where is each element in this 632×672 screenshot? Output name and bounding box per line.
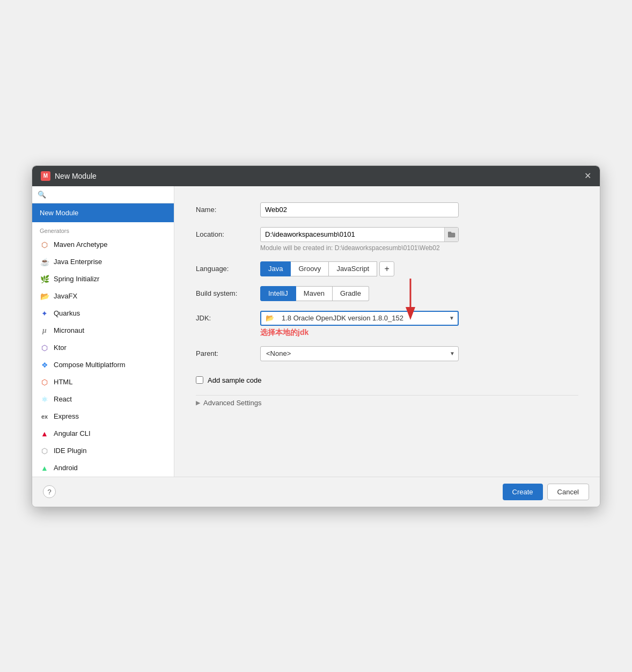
new-module-item[interactable]: New Module: [32, 203, 174, 222]
android-icon: ▲: [40, 463, 49, 473]
sidebar-item-label: Spring Initializr: [54, 275, 99, 283]
sidebar-item-label: Maven Archetype: [54, 240, 107, 249]
java-icon: ☕: [40, 257, 49, 267]
sample-code-row: Add sample code: [196, 376, 578, 384]
browse-button[interactable]: [444, 228, 458, 242]
search-box: 🔍: [32, 186, 174, 203]
sidebar-item-ide-plugin[interactable]: ⬡ IDE Plugin: [32, 442, 174, 459]
location-hint: Module will be created in: D:\ideaworksp…: [260, 244, 578, 252]
sidebar-item-quarkus[interactable]: ✦ Quarkus: [32, 305, 174, 322]
express-icon: ex: [40, 412, 49, 421]
sidebar-item-label: Compose Multiplatform: [54, 361, 126, 369]
parent-chevron-icon: ▼: [450, 350, 455, 356]
sidebar-item-angular-cli[interactable]: ▲ Angular CLI: [32, 425, 174, 442]
sidebar-item-micronaut[interactable]: μ Micronaut: [32, 322, 174, 339]
search-icon: 🔍: [38, 191, 46, 199]
sidebar-item-label: Micronaut: [54, 326, 84, 334]
svg-rect-1: [448, 232, 451, 233]
build-intellij-btn[interactable]: IntelliJ: [260, 286, 296, 301]
jdk-chevron-icon: ▼: [449, 315, 454, 321]
sidebar: 🔍 New Module Generators ⬡ Maven Archetyp…: [32, 186, 174, 477]
search-input[interactable]: [49, 191, 168, 198]
create-button[interactable]: Create: [503, 484, 543, 500]
jdk-folder-icon: 📂: [266, 314, 274, 322]
sidebar-item-label: HTML: [54, 378, 72, 386]
language-javascript-btn[interactable]: JavaScript: [329, 261, 377, 276]
sidebar-item-express[interactable]: ex Express: [32, 408, 174, 425]
location-row: Location:: [196, 227, 578, 242]
advanced-chevron-icon: ▶: [196, 399, 200, 406]
sidebar-item-android[interactable]: ▲ Android: [32, 459, 174, 477]
sidebar-item-label: Quarkus: [54, 309, 80, 317]
build-maven-btn[interactable]: Maven: [296, 286, 333, 301]
jdk-select-wrap: 📂 1.8 Oracle OpenJDK version 1.8.0_152 ▼: [260, 311, 459, 326]
sidebar-item-html[interactable]: ⬡ HTML: [32, 374, 174, 391]
sample-code-checkbox[interactable]: [196, 376, 203, 384]
angular-icon: ▲: [40, 429, 49, 439]
close-button[interactable]: ✕: [584, 172, 591, 180]
language-add-btn[interactable]: +: [379, 261, 394, 276]
javafx-icon: 📂: [40, 291, 49, 301]
compose-icon: ❖: [40, 360, 49, 370]
sidebar-item-maven-archetype[interactable]: ⬡ Maven Archetype: [32, 236, 174, 253]
parent-label: Parent:: [196, 349, 260, 357]
name-input[interactable]: [260, 202, 459, 217]
advanced-settings-label: Advanced Settings: [203, 399, 261, 407]
jdk-label: JDK:: [196, 314, 260, 322]
micronaut-icon: μ: [40, 326, 49, 335]
sidebar-item-spring-initializr[interactable]: 🌿 Spring Initializr: [32, 271, 174, 288]
dialog-title: New Module: [55, 172, 97, 180]
cancel-button[interactable]: Cancel: [547, 484, 589, 500]
jdk-value: 1.8 Oracle OpenJDK version 1.8.0_152: [278, 314, 403, 322]
sidebar-item-label: Java Enterprise: [54, 258, 102, 266]
sidebar-item-label: Express: [54, 412, 79, 420]
location-input-wrap: [260, 227, 459, 242]
sidebar-item-label: Ktor: [54, 344, 67, 352]
maven-icon: ⬡: [40, 240, 49, 250]
location-input[interactable]: [261, 230, 444, 238]
title-bar: M New Module ✕: [32, 166, 600, 186]
sidebar-item-label: IDE Plugin: [54, 447, 86, 455]
quarkus-icon: ✦: [40, 309, 49, 318]
html-icon: ⬡: [40, 377, 49, 387]
location-label: Location:: [196, 230, 260, 238]
sidebar-item-label: React: [54, 395, 72, 403]
build-gradle-btn[interactable]: Gradle: [333, 286, 369, 301]
language-groovy-btn[interactable]: Groovy: [291, 261, 329, 276]
sidebar-item-java-enterprise[interactable]: ☕ Java Enterprise: [32, 253, 174, 271]
jdk-annotation-label: 选择本地的jdk: [260, 328, 578, 338]
help-button[interactable]: ?: [43, 485, 56, 498]
spring-icon: 🌿: [40, 274, 49, 284]
react-icon: ⚛: [40, 395, 49, 404]
ide-icon: ⬡: [40, 446, 49, 456]
dialog-footer: ? Create Cancel: [32, 477, 600, 507]
footer-right: Create Cancel: [503, 484, 590, 500]
build-label: Build system:: [196, 289, 260, 297]
main-content: Name: Location: Module will be created i…: [174, 186, 600, 477]
language-label: Language:: [196, 265, 260, 273]
language-btn-group: Java Groovy JavaScript +: [260, 261, 394, 276]
generators-label: Generators: [32, 222, 174, 236]
ktor-icon: ⬡: [40, 343, 49, 353]
parent-select[interactable]: <None> ▼: [260, 346, 459, 361]
build-btn-group: IntelliJ Maven Gradle: [260, 286, 369, 301]
sidebar-item-ktor[interactable]: ⬡ Ktor: [32, 339, 174, 356]
name-row: Name:: [196, 202, 578, 217]
sample-code-label: Add sample code: [208, 376, 261, 384]
sidebar-item-label: JavaFX: [54, 292, 77, 300]
footer-left: ?: [43, 485, 56, 498]
parent-row: Parent: <None> ▼: [196, 346, 578, 361]
sidebar-item-javafx[interactable]: 📂 JavaFX: [32, 288, 174, 305]
language-java-btn[interactable]: Java: [260, 261, 291, 276]
title-bar-left: M New Module: [41, 171, 97, 181]
advanced-settings-row[interactable]: ▶ Advanced Settings: [196, 395, 578, 410]
jdk-select[interactable]: 📂 1.8 Oracle OpenJDK version 1.8.0_152 ▼: [260, 311, 459, 326]
sidebar-item-label: Android: [54, 464, 78, 472]
sidebar-item-react[interactable]: ⚛ React: [32, 391, 174, 408]
parent-value: <None>: [266, 349, 291, 357]
new-module-dialog: M New Module ✕ 🔍 New Module Generators ⬡…: [32, 165, 600, 507]
name-label: Name:: [196, 206, 260, 214]
dialog-body: 🔍 New Module Generators ⬡ Maven Archetyp…: [32, 186, 600, 477]
sidebar-item-compose-multiplatform[interactable]: ❖ Compose Multiplatform: [32, 356, 174, 374]
parent-select-wrap: <None> ▼: [260, 346, 459, 361]
